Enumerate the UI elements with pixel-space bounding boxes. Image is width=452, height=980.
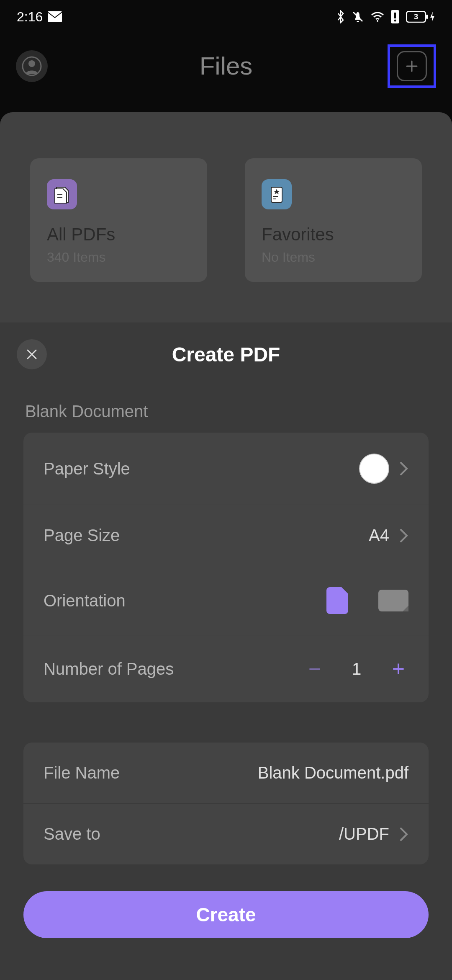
create-pdf-sheet: Create PDF Blank Document Paper Style Pa… xyxy=(0,322,452,980)
save-to-row[interactable]: Save to /UPDF xyxy=(23,804,429,864)
document-settings-group: Paper Style Page Size A4 Orientation Num… xyxy=(23,433,429,702)
close-icon xyxy=(24,347,39,362)
file-settings-group: File Name Blank Document.pdf Save to /UP… xyxy=(23,743,429,864)
favorites-card[interactable]: Favorites No Items xyxy=(245,158,422,282)
add-button[interactable] xyxy=(397,51,427,81)
orientation-landscape-button[interactable] xyxy=(378,590,408,611)
svg-point-2 xyxy=(377,20,378,22)
save-to-value: /UPDF xyxy=(339,825,389,843)
svg-rect-4 xyxy=(394,13,396,18)
close-button[interactable] xyxy=(17,339,47,369)
row-label: Page Size xyxy=(44,526,120,545)
page-size-row[interactable]: Page Size A4 xyxy=(23,505,429,566)
mute-icon xyxy=(352,10,364,23)
row-label: Save to xyxy=(44,825,100,843)
status-time: 2:16 xyxy=(17,9,43,25)
app-header: Files xyxy=(0,34,452,98)
plus-icon xyxy=(403,58,420,75)
svg-rect-0 xyxy=(48,11,62,22)
avatar-icon xyxy=(22,56,42,76)
svg-point-5 xyxy=(394,20,396,22)
section-label: Blank Document xyxy=(0,371,452,433)
page-title: Files xyxy=(200,52,253,80)
bluetooth-icon xyxy=(336,10,345,23)
row-label: Orientation xyxy=(44,591,126,610)
all-pdfs-card[interactable]: All PDFs 340 Items xyxy=(30,158,207,282)
row-label: Paper Style xyxy=(44,459,130,478)
orientation-portrait-button[interactable] xyxy=(326,587,348,614)
paper-style-row[interactable]: Paper Style xyxy=(23,433,429,505)
add-button-highlight xyxy=(388,44,436,88)
create-button[interactable]: Create xyxy=(23,891,429,938)
svg-point-10 xyxy=(28,60,35,67)
profile-button[interactable] xyxy=(16,50,48,82)
mail-icon xyxy=(48,11,62,22)
chevron-right-icon xyxy=(399,461,408,476)
num-pages-value: 1 xyxy=(348,660,365,678)
file-name-value: Blank Document.pdf xyxy=(258,763,408,782)
row-label: File Name xyxy=(44,763,120,782)
svg-rect-7 xyxy=(426,15,428,19)
increment-button[interactable]: + xyxy=(388,656,408,681)
chevron-right-icon xyxy=(399,528,408,543)
sheet-title: Create PDF xyxy=(172,343,280,366)
wifi-icon xyxy=(371,12,384,22)
paper-style-swatch xyxy=(359,454,389,484)
orientation-row: Orientation xyxy=(23,566,429,635)
battery-icon: 3 xyxy=(406,11,435,23)
chevron-right-icon xyxy=(399,827,408,842)
pdf-folder-icon xyxy=(47,179,77,209)
svg-text:3: 3 xyxy=(414,13,418,21)
folder-cards: All PDFs 340 Items Favorites No Items xyxy=(30,158,422,282)
num-pages-row: Number of Pages − 1 + xyxy=(23,635,429,702)
status-bar: 2:16 3 xyxy=(0,0,452,34)
card-title: All PDFs xyxy=(47,224,190,245)
alert-icon xyxy=(391,10,399,23)
decrement-button[interactable]: − xyxy=(305,656,325,681)
file-name-row[interactable]: File Name Blank Document.pdf xyxy=(23,743,429,804)
row-label: Number of Pages xyxy=(44,660,174,678)
page-size-value: A4 xyxy=(369,526,389,545)
card-title: Favorites xyxy=(262,224,405,245)
favorites-icon xyxy=(262,179,292,209)
card-subtitle: 340 Items xyxy=(47,250,190,265)
card-subtitle: No Items xyxy=(262,250,405,265)
